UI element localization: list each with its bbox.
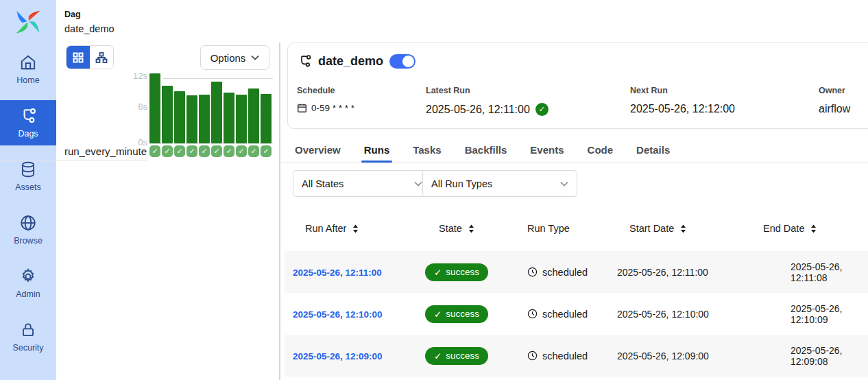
run-type-value: scheduled [542, 351, 588, 361]
task-instance-success-badge[interactable]: ✓ [211, 145, 222, 157]
run-type-filter-select[interactable]: All Run Types [422, 170, 577, 197]
column-header-run-type: Run Type [525, 223, 614, 234]
chevron-down-icon [414, 181, 422, 187]
grid-view-icon [72, 51, 84, 64]
tab-overview[interactable]: Overview [295, 137, 341, 163]
duration-bar[interactable] [248, 88, 259, 143]
task-instance-success-badge[interactable]: ✓ [162, 145, 173, 157]
duration-bar[interactable] [186, 95, 197, 143]
duration-bar[interactable] [162, 86, 173, 143]
task-instance-success-badge[interactable]: ✓ [236, 145, 247, 157]
dag-icon [298, 54, 312, 69]
state-badge: ✓success [425, 305, 488, 323]
sort-icon [467, 224, 476, 234]
duration-bar[interactable] [236, 95, 247, 143]
sidebar-item-label: Dags [18, 129, 38, 139]
graph-view-button[interactable] [90, 46, 113, 69]
column-header-run-after[interactable]: Run After [285, 223, 422, 234]
duration-bar[interactable] [149, 73, 160, 143]
sidebar-item-home[interactable]: Home [0, 47, 56, 92]
stat-next-run: Next Run 2025-05-26, 12:12:00 [630, 86, 735, 115]
graph-view-icon [95, 51, 108, 64]
grid-view-button[interactable] [67, 46, 90, 69]
sidebar-item-label: Assets [15, 182, 41, 192]
column-header-label: State [439, 223, 462, 234]
duration-bar[interactable] [211, 82, 222, 143]
task-instance-success-badge[interactable]: ✓ [149, 145, 160, 157]
task-instance-success-badge[interactable]: ✓ [186, 145, 197, 157]
end-date-value: 2025-05-26, 12:10:09 [761, 303, 868, 325]
run-after-link[interactable]: 2025-05-26, 12:09:00 [293, 351, 383, 361]
x-axis-line [149, 143, 273, 144]
task-instance-success-badge[interactable]: ✓ [174, 145, 185, 157]
database-icon [19, 161, 37, 178]
tab-label: Events [530, 144, 564, 156]
airflow-logo[interactable] [0, 0, 56, 40]
task-instance-success-badge[interactable]: ✓ [261, 145, 272, 157]
check-icon: ✓ [434, 309, 442, 320]
run-duration-chart [149, 73, 273, 143]
end-date-value: 2025-05-26, 12:11:08 [761, 261, 868, 283]
duration-bars [149, 73, 273, 143]
lock-icon [19, 321, 37, 339]
run-type-filter-value: All Run Types [431, 178, 492, 189]
stat-label: Schedule [297, 86, 354, 95]
column-header-start-date[interactable]: Start Date [614, 223, 761, 234]
tab-backfills[interactable]: Backfills [465, 137, 507, 163]
globe-icon [19, 214, 37, 232]
duration-bar[interactable] [224, 93, 234, 143]
chevron-down-icon [560, 181, 568, 187]
run-type-value: scheduled [542, 309, 588, 320]
start-date-value: 2025-05-26, 12:10:00 [614, 309, 761, 320]
stat-value: 0-59 * * * * [297, 103, 354, 113]
y-axis-tick-12s: 12s [123, 71, 147, 81]
clock-icon [527, 309, 538, 319]
tab-code[interactable]: Code [588, 137, 614, 163]
sidebar-item-label: Home [16, 75, 39, 85]
sidebar-item-dags[interactable]: Dags [0, 100, 56, 145]
run-row: 2025-05-26, 12:09:00 ✓success scheduled … [285, 335, 868, 377]
duration-bar[interactable] [261, 94, 272, 143]
run-type-value: scheduled [542, 267, 588, 278]
sort-icon [351, 224, 360, 234]
tab-label: Runs [364, 144, 390, 156]
y-axis-tick-6s: 6s [123, 102, 147, 112]
stat-label: Next Run [630, 86, 735, 95]
options-button[interactable]: Options [200, 45, 269, 70]
stat-value: 2025-05-26, 12:11:00✓ [426, 103, 548, 116]
duration-bar[interactable] [174, 91, 185, 143]
start-date-value: 2025-05-26, 12:09:00 [614, 351, 761, 361]
check-icon: ✓ [434, 351, 442, 361]
sidebar-item-security[interactable]: Security [0, 314, 56, 359]
run-after-link[interactable]: 2025-05-26, 12:10:00 [293, 309, 383, 320]
run-after-link[interactable]: 2025-05-26, 12:11:00 [293, 268, 382, 278]
panel-divider [279, 43, 280, 380]
tab-details[interactable]: Details [636, 137, 670, 163]
duration-bar[interactable] [199, 95, 210, 143]
tab-label: Backfills [465, 144, 507, 156]
column-header-end-date[interactable]: End Date [761, 223, 868, 234]
column-header-state[interactable]: State [422, 223, 525, 234]
tab-events[interactable]: Events [530, 137, 564, 163]
sidebar: Home Dags Assets Browse Admin Security [0, 0, 56, 380]
home-icon [19, 54, 37, 71]
tab-runs[interactable]: Runs [364, 137, 390, 163]
dag-icon [19, 107, 37, 125]
dag-pause-toggle[interactable] [389, 54, 415, 69]
state-filter-select[interactable]: All States [293, 170, 431, 197]
stat-owner: Owner airflow [819, 86, 850, 115]
task-instance-success-badge[interactable]: ✓ [248, 145, 259, 157]
task-instance-success-badge[interactable]: ✓ [224, 145, 234, 157]
tab-tasks[interactable]: Tasks [413, 137, 441, 163]
runs-table-header: Run After State Run Type Start Date End … [285, 206, 868, 251]
check-circle-icon: ✓ [535, 103, 548, 116]
task-instance-success-badge[interactable]: ✓ [199, 145, 210, 157]
dag-tabs: OverviewRunsTasksBackfillsEventsCodeDeta… [280, 137, 868, 163]
clock-icon [527, 351, 538, 361]
dag-summary-card: date_demo Schedule 0-59 * * * * Latest R… [287, 43, 868, 129]
tab-label: Code [588, 144, 614, 156]
dag-name-title: date_demo [318, 54, 383, 69]
sidebar-item-admin[interactable]: Admin [0, 261, 56, 306]
sidebar-item-browse[interactable]: Browse [0, 207, 56, 252]
state-badge: ✓success [425, 263, 488, 281]
